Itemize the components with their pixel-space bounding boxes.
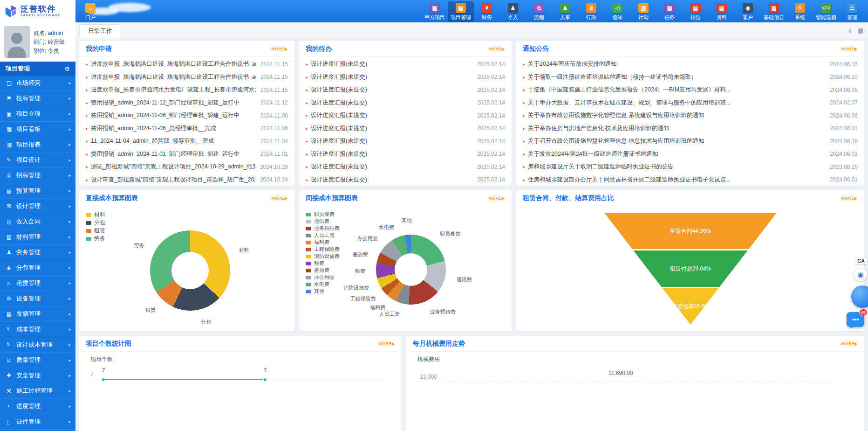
more-link[interactable]: MORE▶ xyxy=(272,47,288,51)
app-logo[interactable]: 泛普软件 FANPU SOFTWARE xyxy=(0,0,75,22)
sidebar-item-subcontract-management[interactable]: ◈分包管理▸ xyxy=(0,260,75,276)
chat-button[interactable]: ••• 45 xyxy=(847,312,864,327)
legend-item[interactable]: 水电费 xyxy=(306,281,340,288)
legend-item[interactable]: 差旅费 xyxy=(306,267,340,274)
sidebar-item-construction-process[interactable]: ⚒施工过程管理▸ xyxy=(0,383,75,399)
more-link[interactable]: MORE▶ xyxy=(489,47,505,51)
sidebar-item-safety-management[interactable]: ✚安全管理▸ xyxy=(0,368,75,383)
list-item[interactable]: ▸设计进度汇报(未提交)2025.02.14 xyxy=(306,97,505,110)
nav-item-report[interactable]: ▤报告 xyxy=(683,1,709,22)
layout-icon[interactable]: ▦ xyxy=(858,27,863,34)
list-item[interactable]: ▸住房和城乡建设部办公厅关于同意吉林省开展二级建造师执业证书电子化试点...20… xyxy=(523,174,858,186)
list-item[interactable]: ▸进度款申报_长春市伊通河水力发电厂竣建工程_长春市伊通河水力发电...2024… xyxy=(86,83,288,97)
list-item[interactable]: ▸设计进度汇报(未提交)2025.02.14 xyxy=(306,83,505,97)
legend-item[interactable]: 材料 xyxy=(86,211,105,219)
nav-item-portal[interactable]: ⌂门户 xyxy=(77,1,103,22)
nav-item-plan[interactable]: ▥计划 xyxy=(630,1,656,22)
list-item[interactable]: ▸费用报销_admin_2024-11-01_部门经理审批_胡建_运行中2024… xyxy=(86,148,288,161)
more-link[interactable]: MORE▶ xyxy=(841,47,858,51)
tab-daily-work[interactable]: 日常工作 xyxy=(79,24,121,38)
list-item[interactable]: ▸设计进度汇报(未提交)2025.02.14 xyxy=(306,135,505,148)
list-item[interactable]: ▸费用报销_admin_2024-11-06_总经理审批__完成2024.11.… xyxy=(86,122,288,135)
list-item[interactable]: ▸房和城乡建设厅关于取消二级建造师临时执业证书的公告2023.08.29 xyxy=(523,160,858,174)
sidebar-item-budget-management[interactable]: ▤预算管理▸ xyxy=(0,183,75,199)
nav-item-base-info[interactable]: ▦基础信息 xyxy=(761,1,787,22)
list-item[interactable]: ▸关于举办大数据、云计算技术在城市建设、规划、管理与服务中的应用培训班...20… xyxy=(523,97,858,110)
legend-item[interactable]: 工程保险费 xyxy=(306,246,340,253)
ca-certificate-button[interactable]: CA xyxy=(855,257,867,264)
list-item[interactable]: ▸关于发放2024年第24批一级建造师注册证书的通知2024.06.01 xyxy=(523,148,858,161)
sidebar-item-bidding-management[interactable]: ⚑投标管理▸ xyxy=(0,91,75,106)
nav-item-management[interactable]: ☰管理 xyxy=(839,1,865,22)
nav-item-task[interactable]: ▦任务 xyxy=(656,1,683,22)
nav-item-documents[interactable]: ▤资料 xyxy=(709,1,735,22)
legend-item[interactable]: 人员工资 xyxy=(306,232,340,239)
list-item[interactable]: ▸设计进度汇报(未提交)2025.02.14 xyxy=(306,148,505,161)
sidebar-item-income-contract[interactable]: ▤收入合同▸ xyxy=(0,214,75,229)
list-item[interactable]: ▸关于举办住房与房地产信息化 技术及应用培训班的通知2024.06.01 xyxy=(523,122,858,135)
gear-icon[interactable]: ⚙ xyxy=(64,65,70,72)
list-item[interactable]: ▸设计进度汇报(未提交)2025.02.14 xyxy=(306,122,505,135)
legend-item[interactable]: 租赁 xyxy=(86,227,105,235)
data-point[interactable] xyxy=(264,378,267,382)
list-item[interactable]: ▸11_2024-11-04_admin_经营部_领导审批__完成2024.11… xyxy=(86,135,288,148)
more-link[interactable]: MORE▶ xyxy=(841,341,858,346)
sidebar-item-project-reports[interactable]: ▥项目报表▸ xyxy=(0,137,75,153)
sidebar-item-market-management[interactable]: ◫市场经营▸ xyxy=(0,76,75,91)
more-link[interactable]: MORE▶ xyxy=(489,196,505,201)
sidebar-item-equipment-management[interactable]: ⚙设备管理▸ xyxy=(0,291,75,306)
sidebar-item-cost-management[interactable]: ¥成本管理▸ xyxy=(0,322,75,337)
sidebar-item-material-management[interactable]: ▧材料管理▸ xyxy=(0,229,75,245)
list-item[interactable]: ▸设计审查_彭祖新城"四馆"景观工程设计项目_请选择_胡广生_2024-10-2… xyxy=(86,174,288,186)
service-button[interactable]: ◉ xyxy=(854,268,867,281)
sidebar-item-design-cost-management[interactable]: ✎设计成本管理▸ xyxy=(0,337,75,353)
more-link[interactable]: MORE▶ xyxy=(379,341,395,346)
list-item[interactable]: ▸设计进度汇报(未提交)2025.02.14 xyxy=(306,58,505,71)
list-item[interactable]: ▸进度款申报_珠海鹤港口建设_珠海鹤港口建设工程合作协议书_admin_...2… xyxy=(86,71,288,84)
list-item[interactable]: ▸关于领取一级注册建造师培训贴的通知（须持一建证书前来领取）2024.06.10 xyxy=(523,71,858,84)
list-item[interactable]: ▸设计进度汇报(未提交)2025.02.14 xyxy=(306,160,505,174)
legend-item[interactable]: 劳务 xyxy=(86,235,105,243)
assistant-button[interactable] xyxy=(851,285,868,308)
legend-item[interactable]: 业务招待费 xyxy=(306,225,340,232)
donut-chart[interactable] xyxy=(150,230,230,311)
list-item[interactable]: ▸设计进度汇报(未提交)2025.02.14 xyxy=(306,71,505,84)
legend-item[interactable]: 其他 xyxy=(306,288,340,295)
list-item[interactable]: ▸费用报销_admin_2024-11-06_部门经理审批_胡建_运行中2024… xyxy=(86,109,288,122)
legend-item[interactable]: 消防设施费 xyxy=(306,253,340,260)
legend-item[interactable]: 分包 xyxy=(86,219,105,227)
list-item[interactable]: ▸设计进度汇报(未提交)2025.02.14 xyxy=(306,174,505,186)
list-item[interactable]: ▸费用报销_admin_2024-11-12_部门经理审批_胡建_运行中2024… xyxy=(86,97,288,110)
nav-item-smart-modeling[interactable]: </>智能建模 xyxy=(813,1,839,22)
sidebar-item-design-management[interactable]: ⚒设计管理▸ xyxy=(0,199,75,214)
list-item[interactable]: ▸设计进度汇报(未提交)2025.02.14 xyxy=(306,109,505,122)
nav-item-project-management[interactable]: ▦项目管理 xyxy=(448,1,474,22)
legend-item[interactable]: 福利费 xyxy=(306,239,340,246)
nav-item-administration[interactable]: ≣行政 xyxy=(578,1,604,22)
nav-item-workflow[interactable]: ⧉流程 xyxy=(526,1,552,22)
nav-item-system[interactable]: ⚙系统 xyxy=(787,1,813,22)
donut-chart[interactable] xyxy=(376,235,446,305)
key-icon[interactable]: ⚷ xyxy=(847,27,852,34)
list-item[interactable]: ▸关于召开市政公用设施智慧化管理信息 信息技术与应用培训班的通知2024.06.… xyxy=(523,135,858,148)
nav-item-customer[interactable]: ◉客户 xyxy=(735,1,761,22)
list-item[interactable]: ▸于征集《中国建筑施工行业信息化发展报告（2024）—BIM应用与发展》材料..… xyxy=(523,83,858,97)
legend-item[interactable]: 通讯费 xyxy=(306,218,340,225)
more-link[interactable]: MORE▶ xyxy=(272,196,288,201)
legend-item[interactable]: 税费 xyxy=(306,260,340,267)
sidebar-item-project-design[interactable]: ✎项目设计▸ xyxy=(0,153,75,168)
legend-item[interactable]: 办公用品 xyxy=(306,274,340,281)
list-item[interactable]: ▸测试_彭祖新城"四馆"景观工程设计项目_2024-10-29_admin_结束… xyxy=(86,160,288,174)
legend-item[interactable]: 职员餐费 xyxy=(306,211,340,218)
sidebar-item-schedule-management[interactable]: ◔进度管理▸ xyxy=(0,399,75,414)
list-item[interactable]: ▸进度款申报_珠海鹤港口建设_珠海鹤港口建设工程合作协议书_admin_...2… xyxy=(86,58,288,71)
nav-item-personal[interactable]: ♟个人 xyxy=(500,1,526,22)
more-link[interactable]: MORE▶ xyxy=(841,196,858,201)
sidebar-item-project-initiation[interactable]: ▣项目立项▸ xyxy=(0,106,75,122)
sidebar-item-tender-management[interactable]: ◎招标管理▸ xyxy=(0,168,75,183)
sidebar-item-project-board[interactable]: ▦项目看板▸ xyxy=(0,122,75,137)
nav-item-hr[interactable]: ♟人事 xyxy=(552,1,578,22)
sidebar-item-certificate-management[interactable]: ▯证件管理▸ xyxy=(0,414,75,430)
sidebar-item-labor-management[interactable]: ♟劳务管理▸ xyxy=(0,245,75,260)
nav-item-finance[interactable]: ¥财务 xyxy=(474,1,500,22)
